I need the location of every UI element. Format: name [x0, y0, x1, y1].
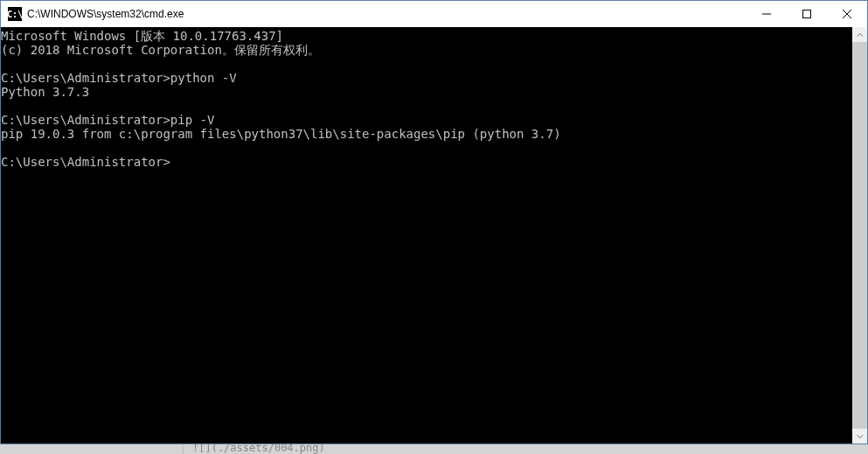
scroll-up-button[interactable] [852, 27, 867, 42]
background-tree-line [183, 444, 184, 454]
minimize-button[interactable] [746, 1, 787, 27]
titlebar[interactable]: C:\ C:\WINDOWS\system32\cmd.exe [1, 1, 867, 27]
window-controls [746, 1, 867, 27]
cmd-window: C:\ C:\WINDOWS\system32\cmd.exe Microsof… [0, 0, 868, 444]
scroll-track[interactable] [852, 42, 867, 429]
svg-rect-1 [803, 10, 811, 18]
window-title: C:\WINDOWS\system32\cmd.exe [27, 8, 746, 20]
scroll-down-button[interactable] [852, 429, 867, 444]
close-icon [843, 10, 851, 18]
minimize-icon [762, 10, 771, 18]
close-button[interactable] [827, 1, 867, 27]
vertical-scrollbar[interactable] [852, 27, 867, 444]
cmd-icon: C:\ [8, 7, 22, 21]
scroll-thumb[interactable] [852, 42, 867, 429]
terminal-area: Microsoft Windows [版本 10.0.17763.437] (c… [1, 27, 867, 444]
maximize-icon [802, 10, 811, 18]
terminal-output[interactable]: Microsoft Windows [版本 10.0.17763.437] (c… [1, 27, 852, 444]
chevron-up-icon [857, 31, 864, 38]
chevron-down-icon [857, 433, 864, 440]
maximize-button[interactable] [787, 1, 827, 27]
